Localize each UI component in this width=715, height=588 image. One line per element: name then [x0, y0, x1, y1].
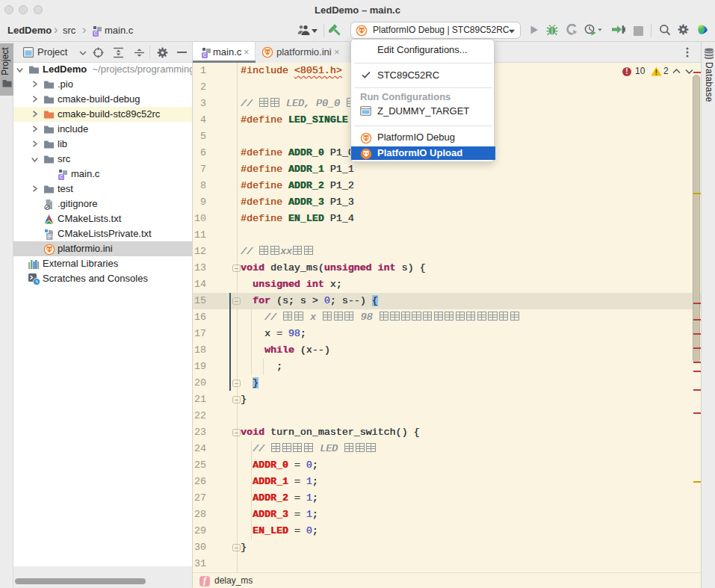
svg-text:c: c: [94, 29, 98, 37]
svg-text:c: c: [60, 173, 64, 180]
svg-text:c: c: [203, 51, 207, 58]
